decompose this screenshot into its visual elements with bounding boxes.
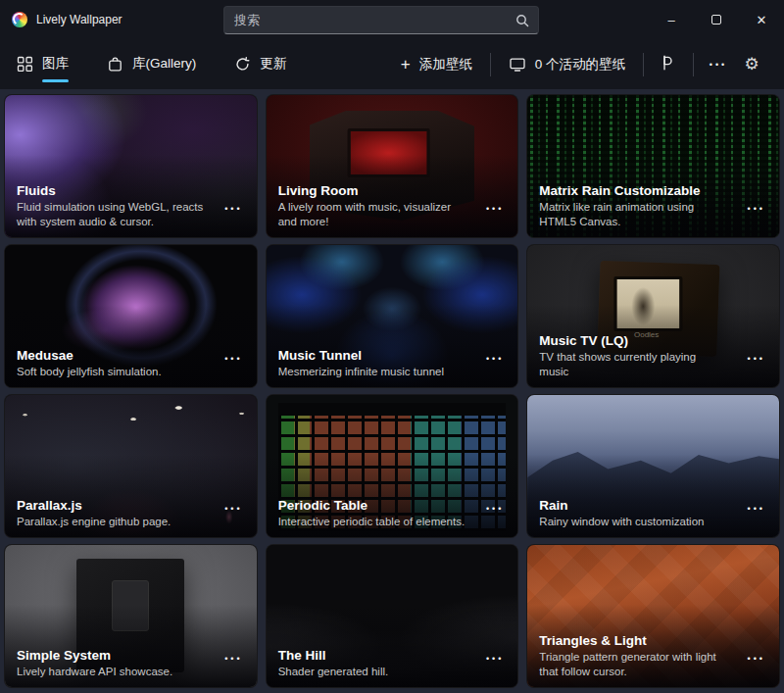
card-title: Periodic Table: [278, 498, 467, 513]
toolbar-divider: [643, 53, 644, 76]
search-input[interactable]: [234, 13, 514, 27]
maximize-button[interactable]: [694, 0, 739, 39]
toolbar: 图库 库(Gallery) 更新: [0, 39, 784, 89]
card-meta: Parallax.js Parallax.js engine github pa…: [17, 498, 206, 530]
card-description: Shader generated hill.: [278, 665, 467, 680]
card-title: The Hill: [278, 648, 467, 663]
plus-icon: +: [401, 56, 411, 73]
wallpaper-card[interactable]: Music Tunnel Mesmerizing infinite music …: [266, 244, 519, 388]
ellipsis-icon: •••: [710, 60, 727, 70]
wallpaper-card[interactable]: Rain Rainy window with customization •••: [526, 394, 780, 538]
toolbar-divider: [693, 53, 694, 76]
tab-gallery-store-label: 库(Gallery): [132, 55, 196, 74]
refresh-icon: [233, 56, 251, 74]
card-more-button[interactable]: •••: [486, 354, 504, 364]
card-title: Matrix Rain Customizable: [539, 183, 728, 198]
wallpaper-card[interactable]: Parallax.js Parallax.js engine github pa…: [4, 394, 258, 538]
card-meta: Music TV (LQ) TV that shows currently pl…: [539, 333, 728, 380]
card-title: Music Tunnel: [278, 348, 467, 363]
nav-tabs: 图库 库(Gallery) 更新: [16, 55, 286, 74]
add-wallpaper-button[interactable]: + 添加壁纸: [391, 50, 482, 79]
card-description: Lively hardware API showcase.: [17, 665, 206, 680]
more-options-button[interactable]: •••: [702, 48, 735, 81]
card-more-button[interactable]: •••: [486, 654, 504, 664]
card-more-button[interactable]: •••: [748, 204, 765, 214]
app-logo-icon: [12, 12, 27, 27]
wallpaper-card[interactable]: Triangles & Light Triangle pattern gener…: [526, 544, 780, 688]
card-title: Triangles & Light: [539, 633, 728, 648]
report-flag-button[interactable]: [652, 48, 685, 81]
monitor-icon: [509, 56, 526, 74]
card-more-button[interactable]: •••: [224, 204, 242, 214]
window-controls: – ✕: [649, 0, 784, 39]
card-meta: Music Tunnel Mesmerizing infinite music …: [278, 348, 467, 380]
grid-icon: [16, 56, 33, 74]
card-title: Music TV (LQ): [539, 333, 728, 348]
card-meta: Periodic Table Interactive periodic tabl…: [278, 498, 467, 530]
wallpaper-card[interactable]: Periodic Table Interactive periodic tabl…: [266, 394, 519, 538]
card-title: Parallax.js: [17, 498, 206, 513]
card-more-button[interactable]: •••: [748, 504, 765, 514]
card-description: TV that shows currently playing music: [539, 350, 728, 380]
add-wallpaper-label: 添加壁纸: [419, 56, 472, 74]
card-description: Parallax.js engine github page.: [17, 515, 206, 530]
settings-button[interactable]: ⚙: [735, 48, 768, 81]
card-more-button[interactable]: •••: [486, 204, 504, 214]
card-description: Rainy window with customization: [539, 515, 728, 530]
card-meta: Living Room A lively room with music, vi…: [278, 183, 467, 230]
tab-gallery-store[interactable]: 库(Gallery): [106, 55, 196, 74]
flag-icon: [660, 54, 677, 74]
card-title: Medusae: [17, 348, 206, 363]
tab-library[interactable]: 图库: [16, 55, 69, 74]
wallpaper-card[interactable]: Matrix Rain Customizable Matrix like rai…: [526, 94, 780, 238]
card-description: Matrix like rain animation using HTML5 C…: [539, 200, 728, 230]
card-description: Interactive periodic table of elements.: [278, 515, 467, 530]
card-title: Living Room: [278, 183, 467, 198]
card-meta: Matrix Rain Customizable Matrix like rai…: [539, 183, 728, 230]
card-more-button[interactable]: •••: [486, 504, 504, 514]
search-box[interactable]: [223, 6, 539, 34]
search-icon[interactable]: [514, 13, 530, 28]
tab-update-label: 更新: [260, 55, 286, 74]
card-more-button[interactable]: •••: [748, 654, 765, 664]
active-wallpapers-label: 0 个活动的壁纸: [535, 56, 625, 74]
card-meta: Triangles & Light Triangle pattern gener…: [539, 633, 728, 680]
card-description: Fluid simulation using WebGL, reacts wit…: [17, 200, 206, 230]
card-title: Fluids: [17, 183, 206, 198]
close-button[interactable]: ✕: [739, 0, 784, 39]
card-more-button[interactable]: •••: [224, 354, 242, 364]
app-header: Lively Wallpaper – ✕: [0, 0, 784, 89]
active-wallpapers-button[interactable]: 0 个活动的壁纸: [499, 50, 635, 79]
wallpaper-card[interactable]: Fluids Fluid simulation using WebGL, rea…: [4, 94, 258, 238]
title-bar: Lively Wallpaper – ✕: [0, 0, 784, 39]
card-meta: The Hill Shader generated hill.: [278, 648, 467, 680]
card-description: A lively room with music, visualizer and…: [278, 200, 467, 230]
wallpaper-card[interactable]: Medusae Soft body jellyfish simulation. …: [4, 244, 258, 388]
gear-icon: ⚙: [744, 54, 759, 74]
card-meta: Fluids Fluid simulation using WebGL, rea…: [17, 183, 206, 230]
card-meta: Rain Rainy window with customization: [539, 498, 728, 530]
wallpaper-card[interactable]: Living Room A lively room with music, vi…: [266, 94, 519, 238]
bag-icon: [106, 56, 123, 74]
card-title: Simple System: [17, 648, 206, 663]
card-more-button[interactable]: •••: [748, 354, 765, 364]
card-title: Rain: [539, 498, 728, 513]
tab-update[interactable]: 更新: [233, 55, 286, 74]
wallpaper-card[interactable]: Oodles Music TV (LQ) TV that shows curre…: [526, 244, 780, 388]
minimize-button[interactable]: –: [649, 0, 694, 39]
toolbar-actions: + 添加壁纸 0 个活动的壁纸: [391, 48, 768, 81]
app-title: Lively Wallpaper: [36, 13, 122, 26]
card-meta: Simple System Lively hardware API showca…: [17, 648, 206, 680]
wallpaper-grid: Fluids Fluid simulation using WebGL, rea…: [0, 89, 784, 693]
tab-library-label: 图库: [42, 55, 69, 74]
wallpaper-card[interactable]: Simple System Lively hardware API showca…: [4, 544, 258, 688]
toolbar-divider: [490, 53, 491, 76]
card-more-button[interactable]: •••: [224, 654, 242, 664]
card-description: Soft body jellyfish simulation.: [17, 365, 206, 380]
wallpaper-card[interactable]: The Hill Shader generated hill. •••: [266, 544, 519, 688]
card-meta: Medusae Soft body jellyfish simulation.: [17, 348, 206, 380]
card-description: Mesmerizing infinite music tunnel: [278, 365, 467, 380]
maximize-icon: [711, 15, 721, 25]
card-description: Triangle pattern generator with light th…: [539, 650, 728, 680]
card-more-button[interactable]: •••: [224, 504, 242, 514]
